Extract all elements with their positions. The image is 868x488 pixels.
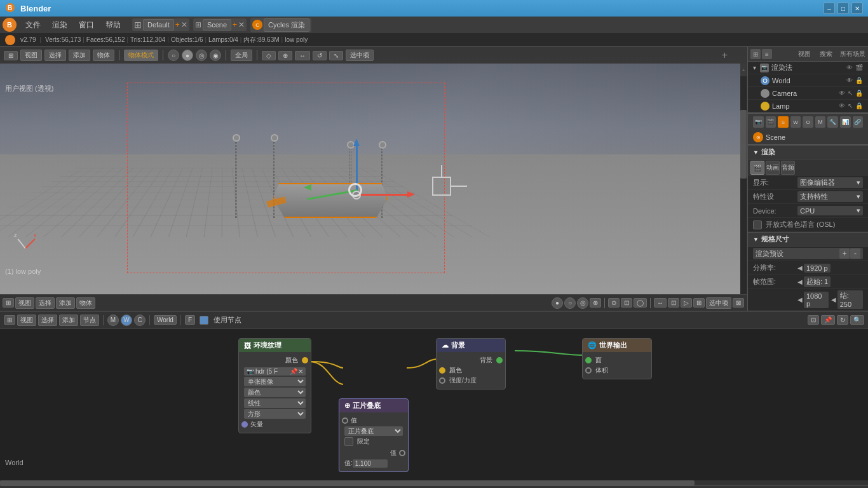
footer-select-mode[interactable]: 选中项 — [706, 297, 731, 309]
3d-viewport[interactable]: ⊞ 视图 选择 添加 物体 物体模式 ○ ● ◎ ◉ 全局 ◇ ⊕ ↔ — [0, 47, 747, 311]
render-tab-anim[interactable]: 动画 — [766, 161, 780, 175]
env-file-input[interactable]: 📷 hdr (5 F 📌 ✕ — [244, 367, 306, 376]
lamp-eye[interactable]: 👁 — [839, 102, 845, 109]
res-y-value[interactable]: 1080 p — [804, 292, 829, 308]
frame-end-value[interactable]: 结: 250 — [837, 290, 863, 309]
cursor-mode[interactable]: ⊕ — [278, 51, 292, 60]
node-select-menu[interactable]: 选择 — [38, 315, 57, 326]
device-value[interactable]: CPU ▾ — [797, 206, 863, 215]
scale-mode[interactable]: ⤡ — [329, 51, 343, 60]
outliner-item-lamp[interactable]: Lamp 👁 ↖ 🔒 — [748, 100, 868, 112]
footer-manip[interactable]: ⊡ — [668, 298, 679, 308]
footer-object[interactable]: 物体 — [76, 297, 95, 309]
menu-file[interactable]: 文件 — [20, 18, 46, 32]
viewport-add-menu[interactable]: 添加 — [69, 50, 90, 61]
footer-overlay-4[interactable]: ⊕ — [590, 298, 601, 308]
renderlayer-render[interactable]: 🎬 — [855, 64, 863, 71]
workspace-close[interactable]: ✕ — [181, 20, 187, 29]
world-volume-socket[interactable] — [585, 367, 592, 374]
vscrollbar-thumb[interactable] — [740, 110, 747, 179]
frame-start-value[interactable]: 起始: 1 — [804, 276, 831, 287]
lamp-cursor[interactable]: ↖ — [848, 102, 853, 109]
osl-checkbox[interactable] — [753, 220, 762, 229]
footer-overlay-3[interactable]: ◎ — [577, 297, 588, 309]
shading-solid[interactable]: ● — [182, 50, 193, 61]
scene-close[interactable]: ✕ — [238, 20, 245, 29]
world-surface-socket[interactable] — [585, 357, 592, 363]
env-vector-socket[interactable] — [241, 421, 248, 428]
env-pin-btn[interactable]: 📌 — [290, 368, 297, 375]
lamp-render[interactable]: 🔒 — [855, 102, 863, 109]
move-mode[interactable]: ↔ — [295, 51, 310, 60]
render-preset-value[interactable]: 渲染预设 + - — [753, 248, 863, 259]
node-pin-icon[interactable]: 📌 — [821, 315, 835, 325]
node-hscrollbar[interactable] — [0, 480, 868, 485]
menu-window[interactable]: 窗口 — [74, 18, 99, 32]
footer-pivot[interactable]: ⊙ — [608, 298, 620, 308]
outliner-item-world[interactable]: World 👁 🔒 — [748, 74, 868, 87]
node-canvas[interactable]: 🖼 环境纹理 颜色 📷 hdr (5 F — [0, 329, 868, 485]
gamma-mode-dropdown[interactable]: 正片叠底 — [344, 426, 403, 436]
viewport-view-menu[interactable]: 视图 — [20, 50, 42, 61]
env-interp-dropdown[interactable]: 线性 — [244, 398, 306, 408]
footer-mode-select[interactable]: ⊞ — [693, 298, 705, 308]
props-icon-data[interactable]: 📊 — [840, 116, 851, 128]
footer-transform[interactable]: ↔ — [654, 298, 667, 308]
props-icon-render[interactable]: 🎬 — [766, 116, 776, 128]
viewport-mode-btn[interactable]: 物体模式 — [124, 50, 158, 61]
footer-icon[interactable]: ⊞ — [3, 298, 14, 308]
node-editor-icon[interactable]: ⊞ — [4, 315, 15, 325]
env-color-socket[interactable] — [302, 357, 308, 363]
env-color-dropdown[interactable]: 颜色 — [244, 388, 306, 397]
feature-value[interactable]: 支持特性 ▾ — [797, 191, 863, 202]
footer-game[interactable]: ▷ — [681, 298, 692, 308]
node-node-menu[interactable]: 节点 — [80, 315, 99, 326]
transform-global[interactable]: 全局 — [231, 50, 252, 61]
gamma-val-socket[interactable] — [342, 417, 348, 424]
res-x-value[interactable]: 1920 p — [804, 264, 831, 273]
node-material-icon[interactable]: M — [107, 315, 119, 326]
render-engine[interactable]: Cycles 渲染 — [264, 18, 309, 32]
node-engine-label[interactable]: World — [154, 315, 177, 325]
node-snap-icon[interactable]: ⊡ — [808, 315, 819, 325]
outliner-search-tab[interactable]: 搜索 — [816, 48, 836, 60]
panel-icon-2[interactable]: ≡ — [762, 49, 772, 59]
panel-icon-1[interactable]: ⊞ — [750, 49, 761, 59]
outliner-view-tab[interactable]: 视图 — [794, 48, 815, 60]
props-icon-constraint[interactable]: 🔗 — [853, 116, 864, 128]
outliner-item-renderlayer[interactable]: ▾ 📷 渲染法 👁 🎬 — [748, 62, 868, 74]
props-icon-camera[interactable]: 📷 — [753, 116, 764, 128]
props-icon-material[interactable]: M — [815, 116, 826, 128]
footer-snap[interactable]: ⊡ — [621, 298, 632, 308]
shading-wireframe[interactable]: ○ — [168, 50, 179, 61]
render-tab-audio[interactable]: 音频 — [781, 161, 795, 175]
bg-color-socket[interactable] — [439, 367, 445, 374]
gamma-out-socket[interactable] — [399, 450, 405, 456]
rotate-mode[interactable]: ↺ — [313, 51, 327, 60]
footer-view[interactable]: 视图 — [15, 297, 34, 309]
env-close-btn[interactable]: ✕ — [298, 368, 303, 375]
menu-help[interactable]: 帮助 — [100, 18, 126, 32]
select-region[interactable]: 选中项 — [346, 50, 374, 61]
env-proj-dropdown[interactable]: 方形 — [244, 409, 306, 419]
bg-out-socket[interactable] — [496, 357, 503, 363]
footer-add[interactable]: 添加 — [56, 297, 75, 309]
env-img-dropdown[interactable]: 单张图像 — [244, 377, 306, 386]
display-value[interactable]: 图像编辑器 ▾ — [797, 177, 863, 188]
shading-render[interactable]: ◉ — [210, 50, 221, 61]
props-icon-scene[interactable]: S — [778, 116, 789, 128]
workspace-add[interactable]: + — [175, 20, 180, 29]
select-mode[interactable]: ◇ — [262, 51, 276, 60]
node-environment[interactable]: 🖼 环境纹理 颜色 📷 hdr (5 F — [238, 338, 311, 433]
footer-overlay-1[interactable]: ● — [552, 297, 563, 309]
outliner-item-camera[interactable]: Camera 👁 ↖ 🔒 — [748, 87, 868, 100]
footer-overlay-2[interactable]: ○ — [564, 297, 576, 309]
gamma-value-input[interactable] — [353, 459, 388, 468]
node-world-output[interactable]: 🌐 世界输出 面 体积 — [582, 338, 652, 379]
renderlayer-eye[interactable]: 👁 — [846, 64, 853, 71]
scene-label[interactable]: Scene — [203, 19, 231, 30]
camera-eye[interactable]: 👁 — [839, 90, 845, 97]
viewport-vscrollbar[interactable]: + — [740, 64, 747, 294]
minimize-button[interactable]: – — [824, 3, 835, 14]
node-view-menu[interactable]: 视图 — [17, 315, 36, 326]
